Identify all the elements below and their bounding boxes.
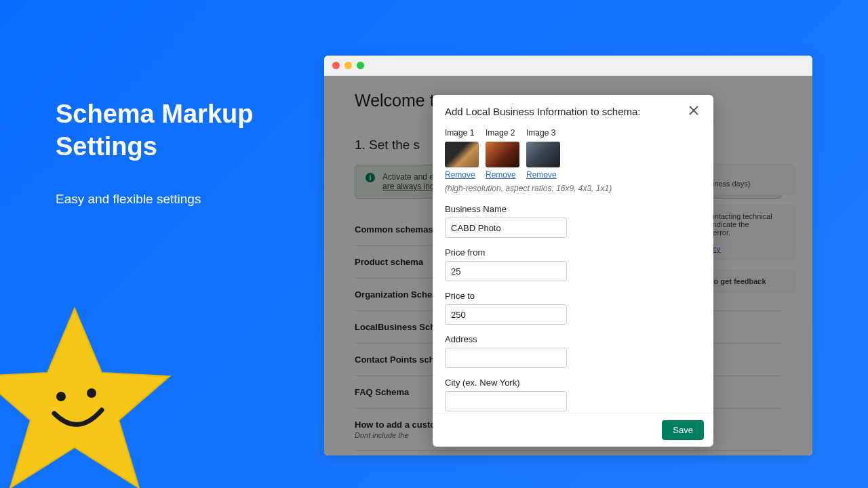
remove-image-link[interactable]: Remove xyxy=(526,170,557,180)
remove-image-link[interactable]: Remove xyxy=(445,170,475,180)
field-price-from: Price from xyxy=(445,247,701,281)
local-business-modal: Add Local Business Information to schema… xyxy=(433,95,713,447)
image-thumbnail[interactable] xyxy=(445,142,479,167)
remove-image-link[interactable]: Remove xyxy=(486,170,516,180)
image-thumbnail[interactable] xyxy=(486,142,519,167)
close-icon xyxy=(689,106,698,115)
hero-subtitle: Easy and flexible settings xyxy=(56,188,273,210)
image-label: Image 2 xyxy=(486,128,519,138)
image-hint: (high-resolution, aspect ratios: 16x9, 4… xyxy=(445,184,701,193)
field-label: Business Name xyxy=(445,204,701,214)
image-label: Image 1 xyxy=(445,128,479,138)
modal-title: Add Local Business Information to schema… xyxy=(445,106,641,117)
field-label: Address xyxy=(445,334,701,344)
image-upload-2: Image 2 Remove xyxy=(486,128,519,180)
price-from-input[interactable] xyxy=(445,261,567,281)
maximize-window-icon[interactable] xyxy=(357,62,364,69)
image-upload-1: Image 1 Remove xyxy=(445,128,479,180)
svg-point-0 xyxy=(56,392,66,401)
field-label: Price to xyxy=(445,291,701,301)
modal-body[interactable]: Image 1 Remove Image 2 Remove Image 3 Re… xyxy=(433,125,713,413)
image-label: Image 3 xyxy=(526,128,560,138)
price-to-input[interactable] xyxy=(445,304,567,325)
modal-footer: Save xyxy=(433,413,713,447)
field-label: City (ex. New York) xyxy=(445,378,701,388)
save-button[interactable]: Save xyxy=(662,420,704,440)
minimize-window-icon[interactable] xyxy=(344,62,352,69)
hero-panel: Schema Markup Settings Easy and flexible… xyxy=(56,98,273,210)
hero-title: Schema Markup Settings xyxy=(56,98,273,163)
business-name-input[interactable] xyxy=(445,218,567,238)
app-window: Welcome t 1. Set the s i Activate and ed… xyxy=(324,56,812,455)
field-price-to: Price to xyxy=(445,291,701,325)
svg-point-1 xyxy=(87,388,96,398)
field-business-name: Business Name xyxy=(445,204,701,238)
modal-header: Add Local Business Information to schema… xyxy=(433,95,713,125)
city-input[interactable] xyxy=(445,391,567,411)
images-row: Image 1 Remove Image 2 Remove Image 3 Re… xyxy=(445,128,701,180)
titlebar xyxy=(324,56,812,76)
close-window-icon[interactable] xyxy=(332,62,340,69)
star-mascot xyxy=(0,291,183,488)
image-upload-3: Image 3 Remove xyxy=(526,128,560,180)
address-input[interactable] xyxy=(445,348,567,368)
close-button[interactable] xyxy=(686,104,701,119)
field-address: Address xyxy=(445,334,701,368)
field-label: Price from xyxy=(445,247,701,258)
image-thumbnail[interactable] xyxy=(526,142,560,167)
field-city: City (ex. New York) xyxy=(445,378,701,411)
